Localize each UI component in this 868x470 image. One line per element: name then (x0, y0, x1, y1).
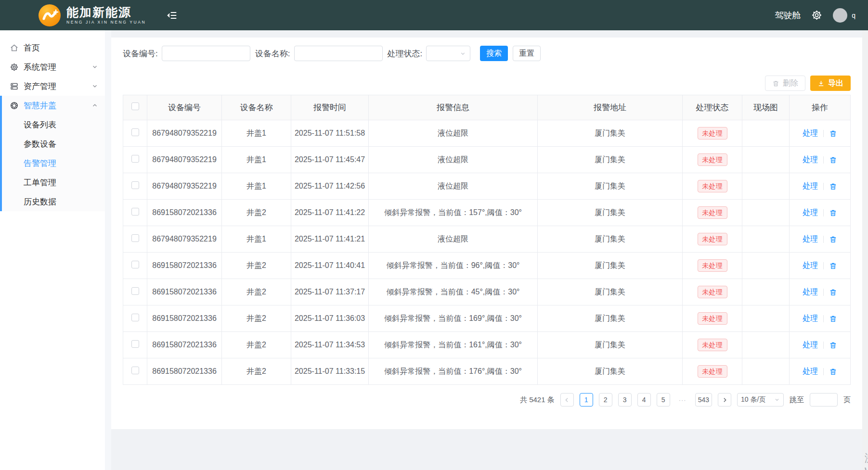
home-icon (9, 43, 19, 52)
sidebar-submenu-item[interactable]: 告警管理 (0, 153, 105, 173)
device-name-label: 设备名称: (255, 48, 290, 59)
export-button[interactable]: 导出 (810, 76, 851, 91)
manhole-cover-icon (9, 101, 19, 110)
row-checkbox[interactable] (131, 287, 139, 295)
cell-device-id: 869158072021336 (147, 279, 222, 305)
pagination-page-button[interactable]: 1 (580, 393, 593, 406)
pagination-page-button[interactable]: 5 (657, 393, 670, 406)
cell-device-name: 井盖1 (222, 120, 291, 147)
sidebar-item-asset[interactable]: 资产管理 (0, 76, 105, 96)
pagination-page-button[interactable]: 543 (695, 393, 712, 406)
row-checkbox[interactable] (131, 314, 139, 321)
delete-row-icon[interactable] (829, 368, 837, 376)
chevron-down-icon (460, 51, 466, 57)
handle-link[interactable]: 处理 (803, 181, 818, 191)
col-status: 处理状态 (683, 95, 742, 120)
handle-link[interactable]: 处理 (803, 367, 818, 377)
handle-link[interactable]: 处理 (803, 155, 818, 165)
cell-site-photo (742, 120, 790, 147)
cell-device-id: 869158072021336 (147, 358, 222, 385)
col-site-photo: 现场图 (742, 95, 790, 120)
pagination-page-button[interactable]: 3 (618, 393, 632, 406)
cell-operations: 处理 (790, 181, 850, 191)
handle-link[interactable]: 处理 (803, 128, 818, 139)
delete-row-icon[interactable] (829, 315, 837, 323)
handle-link[interactable]: 处理 (803, 208, 818, 218)
row-checkbox[interactable] (131, 367, 139, 374)
pagination-prev-button[interactable] (560, 393, 574, 406)
chevron-down-icon (91, 64, 98, 70)
avatar (833, 8, 847, 23)
sidebar-item-system[interactable]: 系统管理 (0, 57, 105, 76)
pagination-pages: 1 2 3 4 5 ··· 543 (580, 393, 712, 406)
sidebar-item-home[interactable]: 首页 (0, 38, 105, 57)
row-checkbox[interactable] (131, 181, 139, 189)
search-button[interactable]: 搜索 (480, 46, 508, 61)
settings-gear-icon[interactable] (811, 10, 822, 21)
sidebar-submenu-item[interactable]: 参数设备 (0, 134, 105, 153)
delete-row-icon[interactable] (829, 235, 837, 243)
delete-row-icon[interactable] (829, 129, 837, 138)
jump-page-input[interactable] (810, 393, 838, 406)
device-name-input[interactable] (294, 46, 383, 61)
col-alarm-info: 报警信息 (369, 95, 538, 120)
delete-row-icon[interactable] (829, 156, 837, 164)
cockpit-link[interactable]: 驾驶舱 (775, 10, 801, 21)
sidebar-submenu-item[interactable]: 历史数据 (0, 192, 105, 211)
pagination-next-button[interactable] (718, 393, 731, 406)
chevron-up-icon (91, 102, 98, 109)
cell-operations: 处理 (790, 261, 850, 271)
delete-row-icon[interactable] (829, 288, 837, 296)
sidebar-submenu-item[interactable]: 工单管理 (0, 173, 105, 192)
delete-row-icon[interactable] (829, 182, 837, 191)
page-size-select[interactable]: 10 条/页 (737, 393, 784, 406)
row-checkbox[interactable] (131, 340, 139, 348)
pagination-page-button[interactable]: ··· (676, 393, 689, 406)
row-checkbox[interactable] (131, 155, 139, 163)
sidebar-scrollbar[interactable] (105, 30, 111, 470)
row-checkbox[interactable] (131, 261, 139, 268)
handle-link[interactable]: 处理 (803, 234, 818, 244)
select-all-checkbox[interactable] (131, 102, 139, 110)
device-id-input[interactable] (162, 46, 250, 61)
delete-row-icon[interactable] (829, 209, 837, 217)
handle-link[interactable]: 处理 (803, 287, 818, 297)
pagination-page-button[interactable]: 4 (637, 393, 651, 406)
row-checkbox[interactable] (131, 128, 139, 136)
cell-site-photo (742, 358, 790, 385)
cell-alarm-info: 液位超限 (369, 147, 538, 173)
reset-button[interactable]: 重置 (513, 46, 541, 61)
cell-device-id: 867948079352219 (147, 120, 222, 147)
cell-operations: 处理 (790, 128, 850, 139)
cell-device-name: 井盖1 (222, 147, 291, 173)
cell-alarm-time: 2025-11-07 11:42:56 (291, 173, 369, 200)
cell-alarm-address: 厦门集美 (538, 200, 683, 226)
cell-site-photo (742, 332, 790, 358)
cell-site-photo (742, 253, 790, 279)
row-checkbox[interactable] (131, 234, 139, 242)
handle-link[interactable]: 处理 (803, 314, 818, 324)
sidebar-item-smartcover[interactable]: 智慧井盖 (0, 96, 105, 115)
row-checkbox[interactable] (131, 208, 139, 216)
sidebar-submenu-item[interactable]: 设备列表 (0, 115, 105, 134)
delete-row-icon[interactable] (829, 262, 837, 270)
status-badge: 未处理 (698, 259, 727, 272)
content-card: 设备编号: 设备名称: 处理状态: 搜索 重置 删除 (111, 38, 862, 429)
table-row: 867948079352219 井盖1 2025-11-07 11:42:56 … (123, 173, 851, 200)
cell-device-name: 井盖2 (222, 332, 291, 358)
operation-divider (823, 156, 824, 164)
window-scrollbar[interactable] (862, 30, 868, 470)
status-badge: 未处理 (698, 286, 727, 299)
handle-link[interactable]: 处理 (803, 340, 818, 350)
status-select[interactable] (426, 46, 470, 61)
menu-collapse-icon[interactable] (166, 10, 178, 21)
pagination-page-button[interactable]: 2 (599, 393, 612, 406)
handle-link[interactable]: 处理 (803, 261, 818, 271)
user-chip[interactable]: q (833, 8, 855, 23)
chevron-left-icon (564, 397, 570, 403)
delete-button[interactable]: 删除 (765, 76, 805, 91)
filter-bar: 设备编号: 设备名称: 处理状态: 搜索 重置 (123, 38, 851, 61)
cell-site-photo (742, 173, 790, 200)
table-row: 869158072021336 井盖2 2025-11-07 11:34:53 … (123, 332, 851, 358)
delete-row-icon[interactable] (829, 341, 837, 349)
